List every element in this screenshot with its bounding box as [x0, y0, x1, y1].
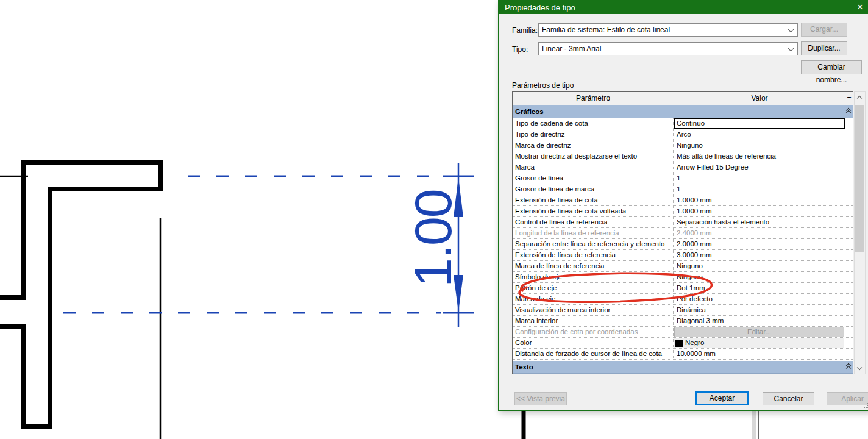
param-name: Tipo de directriz [513, 129, 674, 140]
section-row-texto[interactable]: Texto [513, 361, 853, 374]
param-value[interactable]: 10.0000 mm [674, 349, 845, 359]
param-value[interactable]: Arrow Filled 15 Degree [674, 162, 845, 173]
table-row: Tipo de cadena de cotaContinuo [513, 118, 853, 129]
cargar-button[interactable]: Cargar... [801, 23, 847, 37]
param-name: Distancia de forzado de cursor de línea … [513, 349, 674, 359]
eq-cell [845, 338, 853, 348]
section-row-graficos[interactable]: Gráficos [513, 105, 853, 118]
scroll-up-icon[interactable] [855, 92, 865, 102]
familia-combobox[interactable]: Familia de sistema: Estilo de cota linea… [538, 23, 798, 37]
param-value[interactable]: 1 [674, 184, 845, 195]
chevron-down-icon[interactable] [788, 46, 794, 52]
eq-cell [845, 217, 853, 227]
parametros-de-tipo-label: Parámetros de tipo [512, 81, 574, 90]
dimension-value[interactable]: 1.00 [404, 190, 462, 287]
param-name: Mostrar directriz al desplazarse el text… [513, 151, 674, 162]
param-value[interactable]: Separación hasta el elemento [674, 217, 845, 227]
table-row: Mostrar directriz al desplazarse el text… [513, 151, 853, 162]
selected-value-box[interactable]: Continuo [674, 118, 845, 129]
dialog-title: Propiedades de tipo [505, 3, 575, 12]
cancelar-button[interactable]: Cancelar [763, 392, 814, 405]
table-rows: Tipo de cadena de cotaContinuoTipo de di… [513, 118, 853, 360]
param-name: Extensión de línea de cota [513, 195, 674, 205]
param-value[interactable]: Más allá de líneas de referencia [674, 151, 845, 162]
tipo-value: Linear - 3mm Arial [542, 45, 601, 53]
param-name: Símbolo de eje [513, 272, 674, 282]
scrollbar-thumb[interactable] [855, 105, 864, 252]
param-value[interactable]: Ninguno [674, 261, 845, 271]
param-value[interactable]: Continuo [674, 118, 845, 129]
param-name: Control de línea de referencia [513, 217, 674, 227]
param-value[interactable]: 2.0000 mm [674, 239, 845, 249]
eq-cell [845, 140, 853, 151]
param-name: Extensión de línea de cota volteada [513, 206, 674, 216]
param-value[interactable]: Arco [674, 129, 845, 140]
aceptar-button[interactable]: Aceptar [695, 391, 749, 405]
param-value[interactable]: Ninguno [674, 140, 845, 151]
cambiar-nombre-button[interactable]: Cambiar nombre... [801, 60, 862, 74]
table-row: Extensión de línea de cota1.0000 mm [513, 195, 853, 206]
param-name: Tipo de cadena de cota [513, 118, 674, 129]
param-value[interactable]: 3.0000 mm [674, 250, 845, 260]
eq-cell [845, 162, 853, 173]
param-name: Configuración de cota por coordenadas [513, 327, 674, 337]
table-scrollbar[interactable] [854, 91, 866, 374]
section-label: Gráficos [513, 105, 544, 118]
color-value-box[interactable]: Negro [674, 338, 844, 348]
param-value[interactable]: Editar... [674, 327, 845, 337]
header-valor[interactable]: Valor [674, 92, 845, 105]
table-row: Extensión de línea de cota volteada1.000… [513, 206, 853, 217]
table-row: Control de línea de referenciaSeparación… [513, 217, 853, 228]
editar-button[interactable]: Editar... [674, 327, 844, 337]
param-name: Patrón de eje [513, 283, 674, 293]
eq-cell [845, 272, 853, 282]
param-name: Marca [513, 162, 674, 173]
param-value[interactable]: 1 [674, 173, 845, 184]
aplicar-button[interactable]: Aplicar [827, 392, 868, 405]
scroll-down-icon[interactable] [855, 363, 865, 374]
dialog-titlebar[interactable]: Propiedades de tipo × [499, 1, 868, 14]
param-value[interactable]: Dot 1mm [674, 283, 845, 293]
param-value[interactable]: Negro [674, 338, 845, 348]
resize-grip[interactable] [864, 403, 868, 408]
table-row: Tipo de directrizArco [513, 129, 853, 140]
table-row: Distancia de forzado de cursor de línea … [513, 349, 853, 360]
param-value[interactable]: 1.0000 mm [674, 195, 845, 205]
vista-previa-button[interactable]: << Vista previa [514, 392, 567, 405]
eq-cell [845, 349, 853, 359]
collapse-section-icon[interactable] [845, 105, 853, 118]
eq-cell [845, 250, 853, 260]
eq-cell [845, 283, 853, 293]
eq-cell [845, 294, 853, 304]
param-name: Extensión de línea de referencia [513, 250, 674, 260]
param-name: Marca de línea de referencia [513, 261, 674, 271]
tipo-combobox[interactable]: Linear - 3mm Arial [538, 42, 798, 55]
collapse-section-icon[interactable] [845, 361, 853, 373]
color-swatch [675, 340, 683, 347]
param-value[interactable]: 1.0000 mm [674, 206, 845, 216]
table-row: Visualización de marca interiorDinámica [513, 305, 853, 316]
eq-cell [845, 195, 853, 205]
duplicar-button[interactable]: Duplicar... [801, 41, 847, 55]
eq-cell [845, 118, 853, 129]
header-parametro[interactable]: Parámetro [513, 92, 674, 105]
wall-outline [0, 162, 160, 426]
table-row: Separación entre línea de referencia y e… [513, 239, 853, 250]
param-value[interactable]: Diagonal 3 mm [674, 316, 845, 326]
header-eq[interactable]: = [845, 92, 853, 105]
chevron-down-icon[interactable] [788, 27, 794, 33]
param-value[interactable]: 2.4000 mm [674, 228, 845, 238]
table-row: Extensión de línea de referencia3.0000 m… [513, 250, 853, 261]
param-name: Marca de eje [513, 294, 674, 304]
type-parameters-table: Parámetro Valor = Gráficos Tipo de caden… [512, 91, 853, 374]
param-name: Grosor de línea de marca [513, 184, 674, 195]
tipo-label: Tipo: [512, 45, 528, 54]
param-value[interactable]: Ninguno [674, 272, 845, 282]
familia-label: Familia: [512, 26, 538, 35]
close-icon[interactable]: × [855, 1, 866, 13]
table-row: Símbolo de ejeNinguno [513, 272, 853, 283]
param-value[interactable]: Por defecto [674, 294, 845, 304]
eq-cell [845, 305, 853, 315]
param-value[interactable]: Dinámica [674, 305, 845, 315]
param-name: Longitud de la línea de referencia [513, 228, 674, 238]
